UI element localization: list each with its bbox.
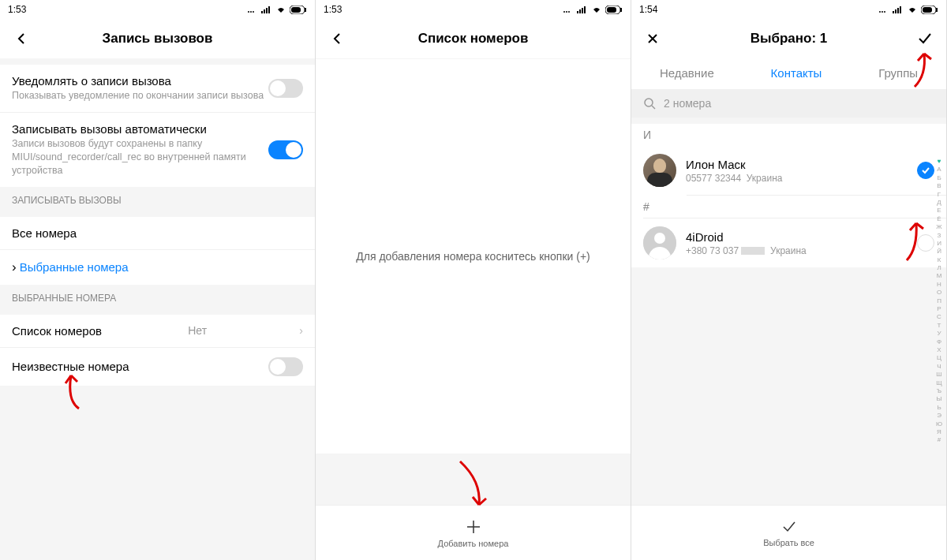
index-letter[interactable]: Ф [937, 338, 941, 346]
bottom-bar-add[interactable]: Добавить номера [316, 505, 631, 560]
svg-rect-26 [900, 6, 901, 13]
index-letter[interactable]: Л [937, 264, 941, 272]
page-title: Выбрано: 1 [750, 31, 828, 47]
svg-rect-3 [261, 11, 263, 13]
svg-rect-9 [305, 8, 306, 12]
select-checkbox[interactable] [917, 162, 934, 179]
screen-select-contacts: 1:54 Выбрано: 1 Недавние Контакты Группы… [631, 0, 947, 560]
index-letter[interactable]: Щ [936, 379, 942, 387]
alpha-index[interactable]: ♥АБВГДЕЁЖЗИЙКЛМНОПРСТУФХЦЧШЩЪЫЬЭЮЯ# [934, 158, 945, 445]
contact-row-elon[interactable]: Илон Маск 05577 32344 Украина [631, 146, 946, 195]
page-title: Список номеров [418, 31, 529, 47]
status-bar: 1:53 [0, 0, 315, 19]
index-letter[interactable]: П [937, 297, 941, 305]
plus-icon [465, 518, 482, 536]
status-bar: 1:54 [631, 0, 946, 19]
index-letter[interactable]: Ж [936, 223, 941, 231]
index-letter[interactable]: Э [937, 412, 941, 420]
index-letter[interactable]: Ё [937, 215, 941, 223]
row-auto-record[interactable]: Записывать вызовы автоматически Записи в… [0, 113, 315, 187]
svg-rect-28 [923, 7, 932, 13]
index-letter[interactable]: Я [937, 428, 941, 436]
search-bar[interactable]: 2 номера [631, 89, 946, 118]
confirm-button[interactable] [915, 29, 934, 48]
index-letter[interactable]: С [937, 313, 941, 321]
row-selected-numbers[interactable]: › Выбранные номера [0, 250, 315, 285]
check-icon [781, 519, 797, 535]
bottom-bar-select-all[interactable]: Выбрать все [631, 505, 946, 560]
index-letter[interactable]: Ю [936, 420, 942, 428]
signal-icon [577, 6, 588, 13]
tab-groups[interactable]: Группы [878, 66, 918, 80]
svg-rect-24 [895, 9, 896, 13]
index-letter[interactable]: В [937, 182, 941, 190]
toggle-auto[interactable] [268, 140, 303, 159]
close-button[interactable] [643, 29, 662, 48]
svg-point-10 [563, 11, 565, 13]
row-title: Список номеров [12, 324, 102, 338]
signal-icon [893, 6, 904, 13]
contact-detail: +380 73 037 Украина [686, 245, 908, 256]
index-letter[interactable]: Ш [936, 371, 941, 379]
index-letter[interactable]: Д [937, 199, 941, 207]
empty-state: Для добавления номера коснитесь кнопки (… [316, 59, 631, 454]
back-button[interactable] [328, 29, 346, 48]
add-label: Добавить номера [438, 539, 509, 548]
index-letter[interactable]: Г [938, 191, 941, 199]
index-letter[interactable]: Х [937, 346, 941, 354]
tab-recent[interactable]: Недавние [660, 66, 714, 80]
index-letter[interactable]: Ц [937, 354, 941, 362]
row-all-numbers[interactable]: Все номера [0, 217, 315, 250]
back-button[interactable] [12, 29, 31, 48]
index-letter[interactable]: О [937, 289, 941, 297]
avatar [643, 154, 676, 187]
index-letter[interactable]: З [938, 232, 941, 240]
index-letter[interactable]: У [937, 330, 941, 338]
toggle-unknown[interactable] [268, 357, 303, 376]
svg-rect-5 [266, 8, 268, 13]
index-letter[interactable]: Ъ [937, 387, 941, 395]
index-letter[interactable]: К [938, 256, 941, 264]
index-letter[interactable]: Т [938, 322, 941, 330]
row-title: Неизвестные номера [12, 360, 129, 373]
svg-point-20 [879, 11, 881, 13]
index-letter[interactable]: Ы [936, 395, 941, 403]
index-letter[interactable]: Й [937, 248, 941, 256]
index-letter[interactable]: # [938, 436, 941, 444]
section-toggles: Уведомлять о записи вызова Показывать ув… [0, 65, 315, 187]
tabs: Недавние Контакты Группы [631, 58, 946, 89]
svg-point-1 [250, 11, 252, 13]
dots-icon [878, 6, 889, 13]
select-all-label: Выбрать все [763, 538, 814, 547]
row-subtitle: Показывать уведомление по окончании запи… [12, 89, 268, 103]
svg-rect-6 [268, 6, 270, 13]
row-title: Все номера [12, 226, 77, 240]
section-header-selected: ВЫБРАННЫЕ НОМЕРА [0, 285, 315, 308]
index-letter[interactable]: А [937, 166, 941, 174]
index-letter[interactable]: ♥ [938, 158, 941, 166]
contact-row-4idroid[interactable]: 4iDroid +380 73 037 Украина [631, 218, 946, 267]
row-number-list[interactable]: Список номеров Нет › [0, 315, 315, 348]
svg-point-12 [568, 11, 570, 13]
toggle-notify[interactable] [268, 79, 303, 98]
svg-rect-13 [577, 11, 578, 13]
status-icons [563, 6, 623, 14]
index-letter[interactable]: Ч [937, 363, 941, 371]
status-icons [247, 6, 307, 14]
index-letter[interactable]: Р [937, 305, 941, 313]
row-unknown-numbers[interactable]: Неизвестные номера [0, 348, 315, 386]
row-title: Записывать вызовы автоматически [12, 122, 268, 136]
contact-name: Илон Маск [686, 158, 908, 171]
index-letter[interactable]: Н [937, 281, 941, 289]
select-checkbox[interactable] [917, 234, 934, 252]
index-letter[interactable]: И [937, 240, 941, 248]
index-letter[interactable]: Ь [937, 404, 941, 412]
tab-contacts[interactable]: Контакты [771, 66, 822, 80]
index-letter[interactable]: Е [937, 207, 941, 215]
index-letter[interactable]: М [937, 272, 942, 280]
dots-icon [563, 6, 574, 13]
svg-point-11 [566, 11, 567, 13]
index-letter[interactable]: Б [937, 174, 941, 182]
svg-rect-19 [620, 8, 622, 12]
row-notify-recording[interactable]: Уведомлять о записи вызова Показывать ув… [0, 65, 315, 113]
